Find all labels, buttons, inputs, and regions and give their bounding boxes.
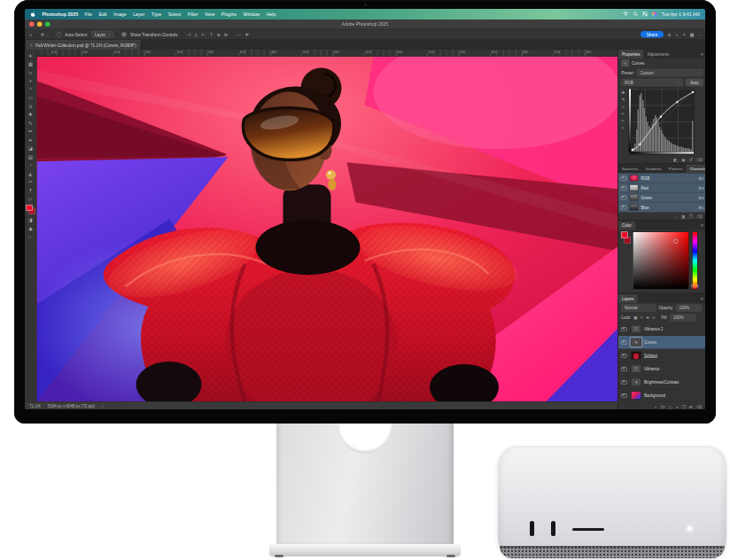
smooth-curve-icon[interactable]: ∿ (622, 105, 625, 109)
preset-dropdown[interactable]: Custom⌄ (637, 69, 703, 76)
layer-row-background[interactable]: Background (618, 389, 705, 402)
clone-stamp-tool[interactable]: ✏ (26, 127, 35, 136)
frame-tool[interactable]: ▭ (26, 93, 35, 102)
layer-row-vibrance-2[interactable]: ▽Vibrance 2 (618, 323, 705, 336)
fill-dropdown[interactable]: 100%⌄ (671, 315, 696, 322)
notifications-bell-icon[interactable]: 🕭 (667, 32, 672, 37)
home-icon[interactable]: ⌂ (29, 32, 32, 37)
search-icon[interactable] (633, 12, 639, 18)
gradient-tool[interactable]: ▤ (26, 152, 35, 161)
layer-row-brightness-contrast[interactable]: ◑Brightness/Contrast (618, 376, 705, 389)
align-icon-0[interactable]: ⊣ (186, 32, 190, 37)
foreground-color-swatch[interactable] (27, 205, 33, 211)
shape-tool[interactable]: ▷ (26, 194, 35, 203)
visibility-eye-icon[interactable] (621, 367, 627, 371)
gray-eyedropper-icon[interactable]: ✑ (622, 119, 625, 123)
opacity-dropdown[interactable]: 100%⌄ (676, 305, 702, 312)
lock-icon-0[interactable]: ▦ (633, 315, 637, 320)
visibility-eye-icon[interactable] (621, 380, 627, 385)
black-eyedropper-icon[interactable]: ✑ (622, 112, 625, 116)
channels-footer-icon-1[interactable]: ◨ (681, 214, 685, 219)
properties-footer-icon-1[interactable]: ◉ (681, 157, 685, 162)
eyedropper-tool[interactable]: ⊙ (26, 102, 35, 111)
channel-row-green[interactable]: Green⌘4 (618, 193, 705, 203)
layers-footer-icon-3[interactable]: ◑ (676, 405, 679, 410)
channels-footer-icon-2[interactable]: ❒ (689, 214, 693, 219)
hand-icon[interactable]: ✥ (622, 90, 625, 95)
layers-footer-icon-0[interactable]: ⌁ (655, 405, 657, 410)
brush-tool[interactable]: ✎ (26, 119, 35, 128)
tab-gradients[interactable]: Gradients (641, 165, 664, 174)
panel-menu-icon[interactable]: ≡ (698, 222, 705, 230)
close-window-button[interactable] (29, 22, 35, 27)
zoom-window-button[interactable] (45, 22, 50, 27)
eraser-tool[interactable]: ◪ (26, 144, 35, 152)
share-button[interactable]: Share (641, 31, 664, 38)
dodge-tool[interactable]: ◭ (26, 169, 35, 178)
tab-color[interactable]: Color (618, 222, 635, 230)
menu-item-image[interactable]: Image (113, 12, 127, 17)
foreground-color-swatch[interactable] (621, 232, 628, 239)
zoom-level[interactable]: 71.1% (29, 404, 41, 408)
toolbar-extra-icon-0[interactable]: ◨ (26, 215, 35, 224)
discover-lightbulb-icon[interactable]: ✧ (682, 32, 686, 37)
menu-item-plugins[interactable]: Plugins (221, 12, 237, 17)
menu-item-type[interactable]: Type (151, 12, 161, 17)
channel-row-blue[interactable]: Blue⌘5 (618, 203, 705, 213)
auto-button[interactable]: Auto (686, 79, 703, 86)
layer-row-vibrance[interactable]: ▽Vibrance (618, 362, 705, 376)
properties-footer-icon-3[interactable]: ⌫ (696, 157, 703, 162)
minimize-window-button[interactable] (37, 22, 43, 27)
curve-point[interactable] (632, 149, 633, 151)
visibility-eye-icon[interactable] (621, 195, 627, 199)
lasso-tool[interactable]: ∿ (26, 68, 35, 77)
menu-item-file[interactable]: File (85, 12, 92, 17)
layers-footer-icon-6[interactable]: ⌫ (696, 405, 703, 410)
wifi-icon[interactable] (623, 12, 629, 17)
canvas-area[interactable]: 1001502002503003504004505005506006507007… (37, 50, 618, 401)
visibility-eye-icon[interactable] (621, 205, 627, 209)
layers-footer-icon-5[interactable]: ⊞ (689, 405, 693, 410)
tab-adjustments[interactable]: Adjustments (644, 50, 673, 58)
workspace-switcher-icon[interactable]: ▦ (690, 32, 695, 37)
document-tab[interactable]: × Fall-Winter-Collection.psd @ 71.1% (Cu… (26, 41, 141, 51)
align-icon-5[interactable]: ≋ (224, 32, 229, 37)
visibility-eye-icon[interactable] (621, 393, 627, 398)
color-swatches[interactable] (27, 205, 35, 214)
more-options-icon[interactable]: ⋯ (237, 32, 242, 37)
menu-item-window[interactable]: Window (243, 12, 260, 17)
properties-footer-icon-2[interactable]: ↺ (689, 157, 693, 162)
lock-icon-2[interactable]: ✛ (646, 315, 649, 320)
chevron-down-icon[interactable]: ⌄ (698, 33, 701, 36)
curve-point[interactable] (692, 91, 694, 93)
tab-swatches[interactable]: Swatches (618, 165, 641, 174)
menu-clock[interactable]: Tue Apr 1 9:41 AM (662, 12, 700, 17)
align-icon-1[interactable]: ⊥ (194, 32, 198, 37)
menu-item-select[interactable]: Select (168, 12, 182, 17)
visibility-eye-icon[interactable] (621, 185, 627, 190)
visibility-eye-icon[interactable] (621, 327, 627, 331)
panel-menu-icon[interactable]: ≡ (698, 294, 705, 303)
curve-point[interactable] (676, 101, 678, 103)
marquee-tool[interactable]: ▦ (26, 59, 35, 68)
align-icon-4[interactable]: ≡ (217, 32, 220, 37)
auto-select-target-dropdown[interactable]: Layer⌄ (92, 31, 113, 38)
menu-item-layer[interactable]: Layer (133, 12, 144, 17)
properties-footer-icon-0[interactable]: ◧ (673, 157, 677, 162)
visibility-eye-icon[interactable] (621, 175, 627, 180)
menu-item-help[interactable]: Help (267, 12, 276, 17)
lock-icon-1[interactable]: ✑ (641, 315, 644, 320)
menu-app-name[interactable]: Photoshop 2025 (43, 12, 79, 17)
visibility-eye-icon[interactable] (621, 340, 627, 345)
align-icon-3[interactable]: ⊤ (210, 32, 214, 37)
channel-row-rgb[interactable]: RGB⌘2 (618, 174, 705, 183)
lock-icon-3[interactable]: ◇ (652, 315, 655, 320)
pencil-icon[interactable]: ✎ (622, 97, 625, 102)
tab-layers[interactable]: Layers (618, 294, 638, 303)
blur-tool[interactable]: ◔ (26, 160, 35, 169)
layer-row-curves[interactable]: ∿Curves (618, 336, 705, 349)
panel-menu-icon[interactable]: ≡ (698, 50, 705, 58)
auto-select-checkbox[interactable] (57, 32, 61, 36)
menu-item-view[interactable]: View (205, 12, 214, 17)
menu-item-edit[interactable]: Edit (99, 12, 107, 17)
